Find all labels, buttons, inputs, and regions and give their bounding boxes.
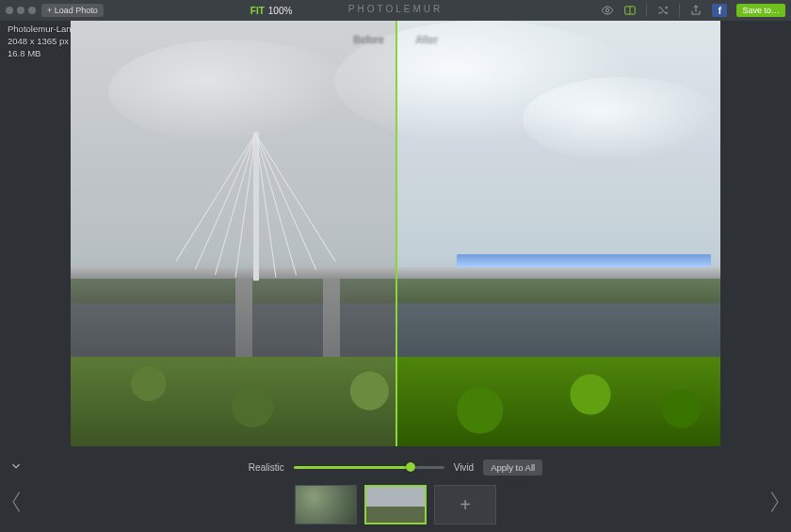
share-icon[interactable] (689, 4, 702, 17)
intensity-slider[interactable] (294, 466, 444, 469)
thumbnail-item[interactable] (295, 485, 357, 524)
before-label: Before (353, 34, 383, 45)
before-after-labels: Before After (71, 34, 720, 45)
after-label: After (416, 34, 438, 45)
thumbnail-item-selected[interactable] (364, 485, 427, 524)
traffic-close-icon[interactable] (6, 7, 13, 14)
load-photo-button[interactable]: + Load Photo (41, 4, 104, 17)
app-brand: PHOTOLEMUR (348, 4, 443, 14)
top-bar-right: f Save to… (601, 4, 785, 17)
slider-min-label: Realistic (249, 462, 284, 473)
traffic-min-icon[interactable] (17, 7, 24, 14)
photo-stage: Before After (71, 21, 720, 446)
window-traffic-lights (6, 7, 36, 14)
eye-icon[interactable] (601, 4, 614, 17)
save-to-button[interactable]: Save to… (736, 4, 785, 17)
intensity-slider-row: Realistic Vivid Apply to All (0, 458, 791, 476)
thumbs-next-icon[interactable] (767, 490, 782, 516)
compare-divider[interactable] (396, 21, 397, 446)
slider-max-label: Vivid (454, 462, 475, 473)
compare-split-icon[interactable] (623, 4, 637, 17)
facebook-icon[interactable]: f (712, 4, 727, 17)
separator (679, 4, 680, 17)
slider-knob[interactable] (406, 462, 415, 472)
thumbnail-add-button[interactable]: + (434, 485, 496, 524)
separator (646, 4, 647, 17)
thumbnail-strip: + (0, 478, 791, 531)
photo-after (396, 21, 720, 446)
zoom-control[interactable]: FIT 100% (250, 6, 293, 16)
shuffle-icon[interactable] (656, 4, 670, 17)
top-bar: + Load Photo FIT 100% PHOTOLEMUR f Save … (0, 0, 791, 21)
traffic-max-icon[interactable] (28, 7, 36, 14)
zoom-value: 100% (268, 6, 293, 16)
apply-to-all-button[interactable]: Apply to All (483, 459, 542, 476)
svg-point-0 (606, 8, 610, 12)
fit-label[interactable]: FIT (250, 6, 265, 16)
